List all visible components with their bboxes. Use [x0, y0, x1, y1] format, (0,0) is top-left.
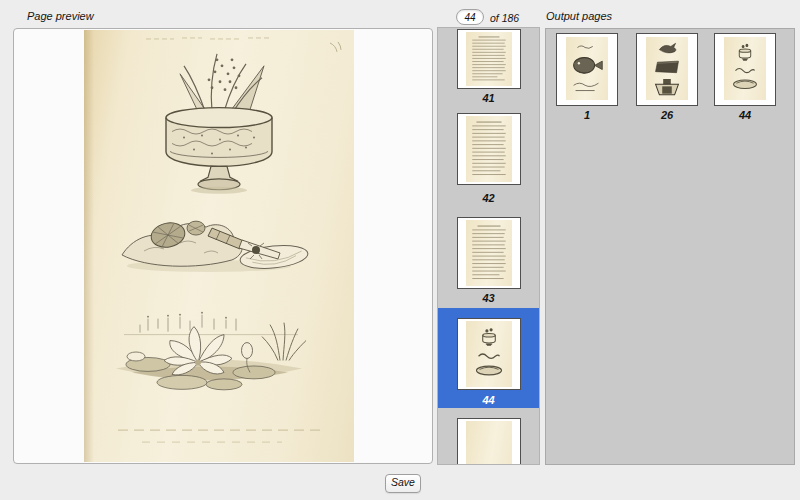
output-thumbnail-label: 26 [636, 109, 698, 121]
output-thumbnail-page-44[interactable] [714, 33, 776, 106]
thumbnail-page-44-selected[interactable]: 44 [438, 308, 539, 408]
still-life-sketch [122, 220, 309, 272]
text-page-image [466, 116, 512, 182]
thumbnail-label: 43 [438, 292, 539, 304]
page-preview-pane [13, 28, 433, 464]
scanned-page-image [84, 30, 354, 462]
lily-plate-image [724, 37, 766, 100]
thumbnail-frame [457, 318, 521, 390]
output-pages-label: Output pages [546, 10, 612, 22]
thumbnail-label: 42 [438, 192, 539, 204]
fish-plate-image [566, 37, 608, 100]
page-total-label: of 186 [490, 12, 519, 24]
page-export-window: Page preview of 186 Output pages [0, 0, 800, 500]
output-thumbnail-label: 44 [714, 109, 776, 121]
thumbnail-page-42[interactable] [457, 113, 521, 185]
blank-page-image [466, 421, 512, 465]
thumbnail-page-45[interactable] [457, 418, 521, 465]
bird-plate-image [646, 37, 688, 100]
water-lily-sketch [116, 312, 306, 390]
book-plate-illustration [84, 30, 354, 462]
thumbnail-label: 41 [438, 92, 539, 104]
page-preview-label: Page preview [27, 10, 94, 22]
page-thumbnail-strip: 41 42 43 [437, 27, 540, 465]
thumbnail-label: 44 [438, 394, 539, 406]
plate-page-image [466, 321, 512, 387]
output-thumbnail-page-1[interactable] [556, 33, 618, 106]
jardiniere-sketch [166, 54, 272, 194]
text-page-image [466, 32, 512, 86]
thumbnail-page-43[interactable] [457, 217, 521, 289]
page-number-input[interactable] [456, 9, 484, 25]
save-button[interactable]: Save [385, 474, 421, 493]
text-page-image [466, 220, 512, 286]
output-pages-panel: 1 26 [545, 28, 795, 465]
output-thumbnail-label: 1 [556, 109, 618, 121]
thumbnail-page-41[interactable] [457, 29, 521, 89]
output-thumbnail-page-26[interactable] [636, 33, 698, 106]
